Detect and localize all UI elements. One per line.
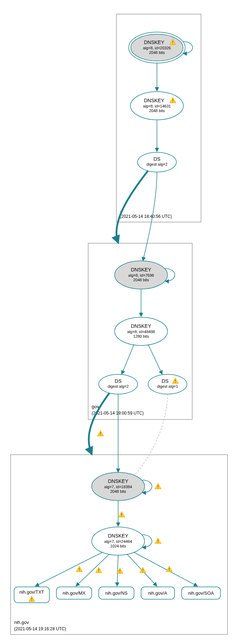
gov-ksk-bits: 2048 bits	[133, 278, 149, 282]
node-gov-zsk: DNSKEY alg=8, id=48498 1280 bits	[115, 317, 168, 345]
gov-zsk-title: DNSKEY	[131, 323, 151, 329]
nih-soa-label: nih.gov/SOA	[188, 590, 214, 596]
node-gov-ds1: DS digest alg=2	[99, 374, 138, 394]
zone-nih-ts: (2021-05-14 19:16:28 UTC)	[14, 626, 66, 631]
zone-gov-ts: (2021-05-14 19:00:59 UTC)	[92, 411, 144, 416]
warning-icon	[96, 567, 102, 573]
nih-zsk-bits: 1024 bits	[110, 544, 126, 548]
svg-text:DNSKEY: DNSKEY	[144, 98, 164, 103]
root-ds-alg: digest alg=2	[146, 162, 168, 166]
nih-ksk-alg: alg=7, id=18384	[104, 485, 132, 489]
edge-deleg-root-gov-thick	[116, 171, 148, 243]
gov-ksk-alg: alg=8, id=7698	[128, 273, 154, 277]
root-ksk-bits: 2048 bits	[149, 50, 165, 55]
nih-ksk-title: DNSKEY	[108, 478, 128, 484]
warning-icon	[140, 567, 146, 573]
node-gov-ds2: DS digest alg=1	[148, 374, 187, 394]
edge-nih-zsk-txt	[35, 552, 102, 586]
edge-gov-zsk-ds2	[148, 344, 162, 374]
node-nih-ksk: DNSKEY alg=7, id=18384 2048 bits	[92, 472, 145, 501]
zone-nih: nih.gov (2021-05-14 19:16:28 UTC) DNSKEY…	[11, 393, 227, 634]
gov-ds2-alg: digest alg=1	[157, 384, 178, 388]
edge-gov-zsk-ds1	[122, 344, 134, 374]
svg-text:DNSKEY: DNSKEY	[144, 39, 164, 45]
root-ksk-alg: alg=8, id=20326	[143, 46, 171, 50]
node-nih-ns: nih.gov/NS	[99, 587, 134, 599]
warning-icon	[119, 511, 125, 517]
zone-root-ts: (2021-05-14 18:40:56 UTC)	[120, 214, 172, 219]
node-root-ds: DS digest alg=2	[138, 152, 176, 172]
edge-deleg-gov-nih-thick	[89, 393, 109, 454]
warning-icon	[155, 483, 161, 489]
gov-ksk-title: DNSKEY	[131, 267, 151, 272]
gov-zsk-alg: alg=8, id=48498	[127, 330, 155, 334]
root-ksk-title: DNSKEY	[144, 39, 164, 45]
nih-ksk-bits: 2048 bits	[110, 489, 126, 493]
node-root-zsk: DNSKEY alg=8, id=14631 2048 bits	[130, 92, 183, 120]
zone-nih-label: nih.gov	[14, 620, 29, 625]
zone-root: . (2021-05-14 18:40:56 UTC) DNSKEY alg=8…	[116, 14, 201, 222]
gov-ds1-title: DS	[115, 378, 121, 384]
root-zsk-bits: 2048 bits	[149, 109, 165, 113]
zone-gov: gov (2021-05-14 19:00:59 UTC) DNSKEY alg…	[88, 171, 192, 419]
edge-gov-ds2-nih-ksk-dashed	[130, 394, 168, 479]
node-nih-zsk: DNSKEY alg=7, id=24464 1024 bits	[92, 527, 145, 555]
gov-zsk-bits: 1280 bits	[133, 334, 149, 338]
root-ds-title: DS	[153, 156, 160, 162]
nih-a-label: nih.gov/A	[148, 590, 168, 596]
gov-ds1-alg: digest alg=2	[108, 384, 129, 388]
warning-icon	[166, 566, 172, 572]
nih-zsk-alg: alg=7, id=24464	[104, 539, 132, 544]
warning-icon	[155, 538, 161, 544]
node-nih-mx: nih.gov/MX	[56, 587, 92, 599]
nih-mx-label: nih.gov/MX	[62, 590, 85, 596]
root-zsk-alg: alg=8, id=14631	[143, 104, 171, 108]
svg-text:DS: DS	[162, 378, 168, 384]
node-nih-txt: nih.gov/TXT	[14, 587, 49, 603]
node-nih-soa: nih.gov/SOA	[182, 587, 220, 599]
node-root-ksk: DNSKEY alg=8, id=20326 2048 bits	[129, 32, 185, 63]
nih-ns-label: nih.gov/NS	[105, 590, 128, 596]
edge-nih-zsk-ns	[117, 555, 118, 586]
nih-txt-label: nih.gov/TXT	[19, 589, 44, 595]
node-nih-a: nih.gov/A	[141, 587, 175, 599]
root-zsk-title: DNSKEY	[144, 98, 164, 103]
warning-icon	[97, 430, 104, 436]
nih-zsk-title: DNSKEY	[108, 533, 128, 539]
warning-icon	[76, 566, 83, 572]
node-gov-ksk: DNSKEY alg=8, id=7698 2048 bits	[115, 261, 168, 289]
gov-ds2-title: DS	[162, 378, 168, 384]
